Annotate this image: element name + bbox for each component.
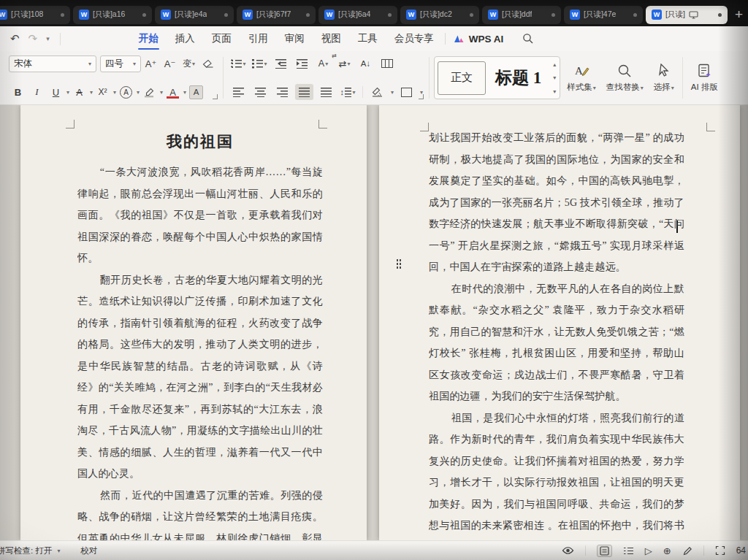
document-paragraph[interactable]: 翻开历史长卷，古老的华夏大地闪耀着文明的光芒。造纸术让知识得以广泛传播，印刷术加… xyxy=(77,269,323,485)
paragraph-drag-handle[interactable] xyxy=(396,258,402,269)
text-effects-button[interactable]: A xyxy=(117,84,135,100)
document-paragraph[interactable]: 祖国，是我们心中永恒的灯塔，照亮我们前行的道路。作为新时代的青年，我们肩负着实现… xyxy=(429,407,684,541)
document-tab-1[interactable]: W [只读]108 xyxy=(0,6,70,24)
justify-button[interactable] xyxy=(295,84,313,100)
paragraph-dialog-launcher-icon[interactable] xyxy=(419,94,424,99)
increase-indent-button[interactable] xyxy=(293,55,311,72)
strikethrough-button[interactable]: A xyxy=(70,84,88,100)
style-gallery-more-icon[interactable]: ▾ xyxy=(553,88,556,95)
distribute-button[interactable] xyxy=(317,84,335,100)
tab-unsaved-dot[interactable] xyxy=(61,13,64,17)
font-size-select[interactable]: 四号▾ xyxy=(100,55,141,72)
style-gallery: 正文 标题 1 ▴ ▾ ▾ xyxy=(434,56,560,99)
superscript-button[interactable]: X² xyxy=(94,84,112,100)
font-dialog-launcher-icon[interactable] xyxy=(213,94,218,99)
web-layout-icon[interactable]: ⊕ xyxy=(663,546,671,556)
document-tab-2[interactable]: W [只读]a16 xyxy=(73,6,152,24)
bullet-list-button[interactable]: ▾ xyxy=(229,55,248,72)
font-name-select[interactable]: 宋体▾ xyxy=(9,55,96,72)
menu-item-6[interactable]: 视图 xyxy=(319,28,343,50)
document-tab-6[interactable]: W [只读]dc2 xyxy=(400,6,479,24)
page-title[interactable]: 我的祖国 xyxy=(77,131,323,152)
align-center-button[interactable] xyxy=(251,84,270,100)
decrease-indent-button[interactable] xyxy=(272,55,290,72)
page-view-icon[interactable] xyxy=(597,545,612,557)
search-icon[interactable] xyxy=(522,33,534,45)
history-chevron-icon[interactable]: ▾ xyxy=(46,35,50,42)
document-tab-4[interactable]: W [只读]67f7 xyxy=(237,6,316,24)
tab-title: [只读]108 xyxy=(11,9,43,20)
char-shading-button[interactable]: A xyxy=(187,84,205,100)
tab-unsaved-dot[interactable] xyxy=(633,13,637,17)
clear-format-button[interactable] xyxy=(199,56,217,72)
undo-icon[interactable]: ↶ xyxy=(10,32,20,45)
menu-item-2[interactable]: 插入 xyxy=(173,28,197,50)
underline-button[interactable]: U xyxy=(47,84,65,100)
spell-check-chevron-icon[interactable]: ▾ xyxy=(57,548,60,554)
proofread-button[interactable]: 校对 xyxy=(80,545,97,556)
select-button[interactable]: 选择▾ xyxy=(649,53,679,102)
tab-unsaved-dot[interactable] xyxy=(388,13,392,17)
wps-writer-icon: W xyxy=(324,9,335,20)
cjk-layout-button[interactable]: ⇄▾ xyxy=(335,55,354,72)
document-paragraph[interactable]: 在时代的浪潮中，无数平凡的人在各自的岗位上默默奉献。“杂交水稻之父” 袁隆平，致… xyxy=(429,278,684,407)
menu-item-3[interactable]: 页面 xyxy=(210,28,234,50)
new-tab-button[interactable]: + xyxy=(729,7,748,23)
tab-grid-button[interactable] xyxy=(378,55,396,72)
document-tab-3[interactable]: W [只读]e4a xyxy=(155,6,234,24)
wps-ai-button[interactable]: WPS AI xyxy=(454,34,504,45)
outline-view-icon[interactable] xyxy=(623,546,634,556)
page-left: 我的祖国 “一条大河波浪宽，风吹稻花香两岸……”每当旋律响起，眼前总会浮现出一幅… xyxy=(20,105,367,540)
case-change-button[interactable]: 变▾ xyxy=(180,56,198,72)
document-tab-8[interactable]: W [只读]47e xyxy=(564,6,643,24)
shrink-font-button[interactable]: A⁻ xyxy=(161,56,179,72)
menu-item-7[interactable]: 工具 xyxy=(356,28,380,50)
spell-check-status[interactable]: 拼写检查: 打开 xyxy=(0,545,52,556)
document-tab-9[interactable]: W [只读] xyxy=(646,6,728,24)
grow-font-button[interactable]: A⁺ xyxy=(142,56,160,72)
document-tab-5[interactable]: W [只读]6a4 xyxy=(318,6,397,24)
tab-unsaved-dot[interactable] xyxy=(470,13,473,17)
border-button[interactable] xyxy=(397,84,416,100)
menu-item-1[interactable]: 开始 xyxy=(137,28,161,50)
menu-item-5[interactable]: 审阅 xyxy=(283,28,307,50)
style-heading1[interactable]: 标题 1 xyxy=(486,66,551,89)
line-spacing-button[interactable]: ▾ xyxy=(339,84,357,100)
fullscreen-icon[interactable] xyxy=(715,545,725,556)
zoom-level[interactable]: 64 xyxy=(736,545,746,556)
font-color-button[interactable]: A xyxy=(164,84,182,100)
read-mode-icon[interactable] xyxy=(562,545,574,556)
document-paragraph[interactable]: 然而，近代的中国遭遇了沉重的苦难。列强的侵略、战争的硝烟，让这片曾经繁荣的土地满… xyxy=(77,485,323,541)
edit-mode-pen-icon[interactable] xyxy=(682,545,692,556)
italic-button[interactable]: I xyxy=(28,84,46,100)
select-cursor-icon xyxy=(657,64,671,78)
style-gallery-up-icon[interactable]: ▴ xyxy=(553,61,556,68)
style-gallery-down-icon[interactable]: ▾ xyxy=(553,74,556,81)
document-paragraph[interactable]: “一条大河波浪宽，风吹稻花香两岸……”每当旋律响起，眼前总会浮现出一幅山河壮丽、… xyxy=(77,161,323,269)
menu-item-8[interactable]: 会员专享 xyxy=(392,28,436,50)
align-right-button[interactable] xyxy=(273,84,291,100)
redo-icon[interactable]: ↷ xyxy=(28,32,38,45)
bold-button[interactable]: B xyxy=(9,84,27,100)
style-body-text[interactable]: 正文 xyxy=(438,61,486,95)
sort-button[interactable]: A↓ xyxy=(356,55,375,72)
menu-item-4[interactable]: 引用 xyxy=(246,28,270,50)
tab-unsaved-dot[interactable] xyxy=(552,13,555,17)
numbered-list-button[interactable]: ▾ xyxy=(251,55,269,72)
tab-unsaved-dot[interactable] xyxy=(142,13,146,17)
ai-layout-button[interactable]: AI 排版 xyxy=(686,53,723,102)
divider xyxy=(60,33,61,45)
find-replace-button[interactable]: 查找替换▾ xyxy=(601,53,649,102)
tab-unsaved-dot[interactable] xyxy=(718,13,722,17)
document-paragraph[interactable]: 划让我国开始改变工业落后的面貌，“两弹一星” 的成功研制，极大地提高了我国的国际… xyxy=(429,127,684,278)
align-left-button[interactable] xyxy=(229,84,248,100)
play-slideshow-icon[interactable]: ▷ xyxy=(645,546,652,556)
highlight-button[interactable] xyxy=(140,84,159,100)
text-tool-button[interactable]: A▾ xyxy=(314,55,332,72)
style-set-button[interactable]: A 样式集▾ xyxy=(562,53,601,102)
document-tab-7[interactable]: W [只读]ddf xyxy=(482,6,561,24)
tab-unsaved-dot[interactable] xyxy=(306,13,310,17)
shading-button[interactable] xyxy=(368,84,386,100)
tab-unsaved-dot[interactable] xyxy=(224,13,228,17)
menu-items: 开始插入页面引用审阅视图工具会员专享 xyxy=(137,28,436,50)
